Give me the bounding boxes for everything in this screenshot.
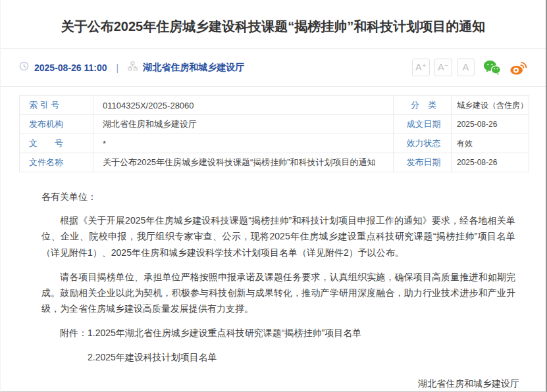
doc-name-value: 关于公布2025年住房城乡建设科技课题“揭榜挂帅”和科技计划项目的通知 [93,153,394,172]
category-value: 城乡建设（含住房） [452,96,529,115]
table-row: 文件名称 关于公布2025年住房城乡建设科技课题“揭榜挂帅”和科技计划项目的通知… [20,153,529,172]
notice-body: 各有关单位： 根据《关于开展2025年住房城乡建设科技课题“揭榜挂帅”和科技计划… [1,172,546,392]
validity-value: 有效 [452,134,529,153]
doc-number-label: 文 号 [20,134,93,153]
body-paragraph: 根据《关于开展2025年住房城乡建设科技课题“揭榜挂帅”和科技计划项目申报工作的… [41,212,519,260]
issuing-org-value: 湖北省住房和城乡建设厅 [93,115,394,134]
publish-datetime: 2025-08-26 11:00 [34,62,107,73]
page-title: 关于公布2025年住房城乡建设科技课题“揭榜挂帅”和科技计划项目的通知 [27,18,519,35]
issuing-org-label: 发布机构 [20,115,93,134]
attachment-item-1: 附件：1.2025年湖北省住房城乡建设重点科技研究课题“揭榜挂帅”项目名单 [41,326,519,341]
index-number-label: 索 引 号 [20,96,93,115]
attachment-item-2: 2.2025年建设科技计划项目名单 [41,350,519,366]
table-row: 文 号 * 效力状态 有效 [20,134,529,153]
meta-separator: | [117,62,119,73]
wechat-share-icon[interactable] [483,60,501,75]
font-reset-button[interactable]: A [457,59,475,76]
salutation: 各有关单位： [41,189,519,204]
sitemap-icon [128,61,138,74]
written-date-value: 2025-08-26 [452,115,529,134]
title-bar: 关于公布2025年住房城乡建设科技课题“揭榜挂帅”和科技计划项目的通知 [1,0,546,49]
written-date-label: 成文日期 [394,115,452,134]
meta-bar: 2025-08-26 11:00 | 湖北省住房和城乡建设厅 A⁺ A⁻ A [1,49,546,87]
publish-date-value: 2025-08-26 [452,153,529,172]
document-info-table: 索 引 号 01104325X/2025-28060 分 类 城乡建设（含住房）… [19,95,529,172]
table-row: 索 引 号 01104325X/2025-28060 分 类 城乡建设（含住房） [20,96,529,115]
clock-icon [19,61,29,74]
doc-number-value: * [93,134,394,153]
source-org-link[interactable]: 湖北省住房和城乡建设厅 [143,62,244,74]
meta-left: 2025-08-26 11:00 | 湖北省住房和城乡建设厅 [19,61,244,74]
body-paragraph: 请各项目揭榜单位、承担单位严格按照申报承诺及课题任务要求，认真组织实施，确保项目… [41,269,519,316]
table-row: 发布机构 湖北省住房和城乡建设厅 成文日期 2025-08-26 [20,115,529,134]
category-label: 分 类 [394,96,452,115]
font-increase-button[interactable]: A⁺ [412,59,430,76]
validity-label: 效力状态 [394,134,452,153]
publish-date-label: 发布日期 [394,153,452,172]
doc-name-label: 文件名称 [20,153,93,172]
notice-page: 关于公布2025年住房城乡建设科技课题“揭榜挂帅”和科技计划项目的通知 2025… [0,0,547,392]
signature-org: 湖北省住房和城乡建设厅 [41,376,519,391]
weibo-share-icon[interactable] [509,60,527,75]
index-number-value: 01104325X/2025-28060 [93,96,394,115]
meta-toolbar: A⁺ A⁻ A [412,59,527,76]
font-decrease-button[interactable]: A⁻ [434,59,452,76]
